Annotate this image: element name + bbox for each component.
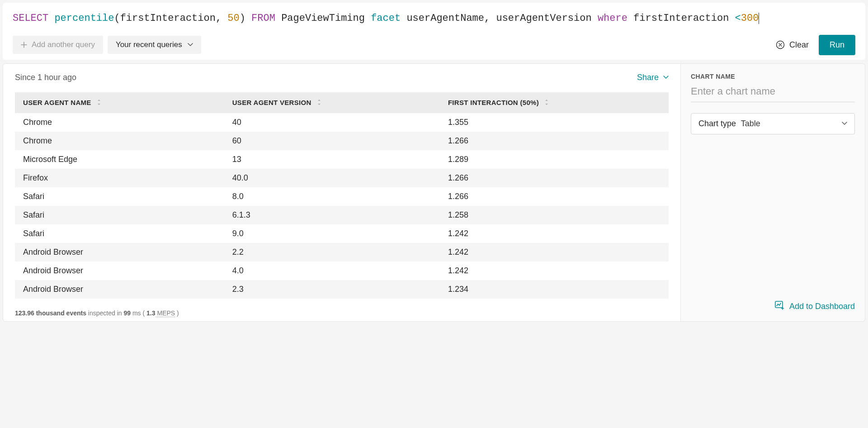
chart-name-input[interactable]	[691, 82, 855, 102]
table-row[interactable]: Firefox40.01.266	[15, 169, 669, 187]
table-row[interactable]: Safari6.1.31.258	[15, 206, 669, 224]
column-header-user-agent-version[interactable]: USER AGENT VERSION	[224, 92, 440, 114]
query-panel: SELECT percentile(firstInteraction, 50) …	[3, 3, 865, 60]
table-cell: 13	[224, 150, 440, 169]
chevron-down-icon	[663, 76, 669, 79]
column-header-label: FIRST INTERACTION (50%)	[448, 99, 539, 106]
sort-icon	[317, 99, 321, 107]
run-label: Run	[830, 40, 844, 49]
inspect-close: )	[175, 309, 179, 317]
add-query-label: Add another query	[32, 40, 95, 49]
table-cell: 1.258	[440, 206, 669, 224]
table-cell: 2.3	[224, 280, 440, 299]
chart-type-select[interactable]: Chart type Table	[691, 113, 855, 134]
table-cell: 2.2	[224, 243, 440, 262]
table-cell: 1.266	[440, 132, 669, 150]
add-query-button[interactable]: Add another query	[13, 36, 103, 54]
add-to-dashboard-button[interactable]: Add to Dashboard	[775, 301, 855, 312]
inspect-footer: 123.96 thousand events inspected in 99 m…	[15, 309, 669, 317]
table-row[interactable]: Android Browser2.21.242	[15, 243, 669, 262]
plus-icon	[21, 42, 27, 48]
query-token-comma2: ,	[484, 13, 490, 24]
recent-queries-button[interactable]: Your recent queries	[108, 36, 201, 54]
query-token-percentile: percentile	[54, 13, 114, 24]
table-cell: 1.242	[440, 224, 669, 243]
table-cell: Chrome	[15, 132, 224, 150]
inspect-events: 123.96 thousand events	[15, 309, 86, 317]
query-token-from: FROM	[251, 13, 275, 24]
query-token-facet-arg1: userAgentName	[406, 13, 484, 24]
share-label: Share	[637, 73, 659, 82]
query-token-where-value: 300	[741, 13, 760, 24]
query-token-arg2: 50	[227, 13, 239, 24]
chevron-down-icon	[188, 43, 193, 47]
results-wrapper: Since 1 hour ago Share USER AGENT NAME	[3, 63, 865, 322]
dashboard-plus-icon	[775, 301, 785, 312]
chart-name-label: CHART NAME	[691, 73, 855, 80]
query-token-close-paren: )	[240, 13, 245, 24]
table-cell: 9.0	[224, 224, 440, 243]
table-cell: Safari	[15, 206, 224, 224]
chart-options-panel: CHART NAME Chart type Table Add	[681, 63, 865, 322]
query-token-lt: <	[735, 13, 741, 24]
inspect-meps-label: MEPS	[156, 309, 175, 317]
table-cell: 40.0	[224, 169, 440, 187]
table-cell: Android Browser	[15, 262, 224, 280]
chart-type-value: Table	[741, 119, 760, 128]
table-cell: Microsoft Edge	[15, 150, 224, 169]
query-toolbar: Add another query Your recent queries Cl…	[13, 35, 855, 55]
query-token-comma: ,	[216, 13, 222, 24]
inspect-ms: 99	[123, 309, 131, 317]
query-token-select: SELECT	[13, 13, 48, 24]
query-token-arg1: firstInteraction	[120, 13, 216, 24]
table-cell: 40	[224, 113, 440, 132]
table-row[interactable]: Microsoft Edge131.289	[15, 150, 669, 169]
table-row[interactable]: Chrome401.355	[15, 113, 669, 132]
query-token-open-paren: (	[114, 13, 120, 24]
chart-type-label: Chart type	[698, 119, 736, 128]
table-cell: Android Browser	[15, 243, 224, 262]
chevron-down-icon	[842, 122, 847, 125]
table-cell: 1.242	[440, 243, 669, 262]
close-circle-icon	[776, 40, 785, 49]
recent-queries-label: Your recent queries	[116, 40, 182, 49]
query-token-table: PageViewTiming	[281, 13, 365, 24]
share-button[interactable]: Share	[637, 73, 669, 82]
column-header-label: USER AGENT VERSION	[232, 99, 311, 106]
table-row[interactable]: Android Browser2.31.234	[15, 280, 669, 299]
toolbar-left: Add another query Your recent queries	[13, 36, 201, 54]
table-cell: Firefox	[15, 169, 224, 187]
table-row[interactable]: Safari8.01.266	[15, 187, 669, 206]
side-footer: Add to Dashboard	[691, 301, 855, 312]
table-cell: 1.289	[440, 150, 669, 169]
query-token-facet: facet	[371, 13, 401, 24]
table-row[interactable]: Safari9.01.242	[15, 224, 669, 243]
column-header-label: USER AGENT NAME	[23, 99, 91, 106]
table-row[interactable]: Android Browser4.01.242	[15, 262, 669, 280]
table-cell: 1.355	[440, 113, 669, 132]
table-cell: Chrome	[15, 113, 224, 132]
table-cell: 1.266	[440, 187, 669, 206]
table-cell: 1.242	[440, 262, 669, 280]
inspect-text: inspected in	[86, 309, 124, 317]
column-header-first-interaction[interactable]: FIRST INTERACTION (50%)	[440, 92, 669, 114]
inspect-meps-num: 1.3	[146, 309, 155, 317]
query-token-where-field: firstInteraction	[633, 13, 729, 24]
results-table: USER AGENT NAME USER AGENT VERSION FIRST…	[15, 92, 669, 299]
toolbar-right: Clear Run	[776, 35, 855, 55]
add-to-dashboard-label: Add to Dashboard	[789, 302, 855, 311]
table-header-row: USER AGENT NAME USER AGENT VERSION FIRST…	[15, 92, 669, 114]
table-cell: 6.1.3	[224, 206, 440, 224]
clear-label: Clear	[789, 40, 809, 50]
table-cell: 1.266	[440, 169, 669, 187]
query-token-where: where	[598, 13, 627, 24]
table-row[interactable]: Chrome601.266	[15, 132, 669, 150]
query-editor[interactable]: SELECT percentile(firstInteraction, 50) …	[13, 9, 855, 33]
run-button[interactable]: Run	[819, 35, 855, 55]
sort-icon	[97, 99, 101, 107]
table-cell: Android Browser	[15, 280, 224, 299]
results-main: Since 1 hour ago Share USER AGENT NAME	[3, 63, 681, 322]
clear-button[interactable]: Clear	[776, 40, 809, 50]
column-header-user-agent-name[interactable]: USER AGENT NAME	[15, 92, 224, 114]
table-cell: 4.0	[224, 262, 440, 280]
